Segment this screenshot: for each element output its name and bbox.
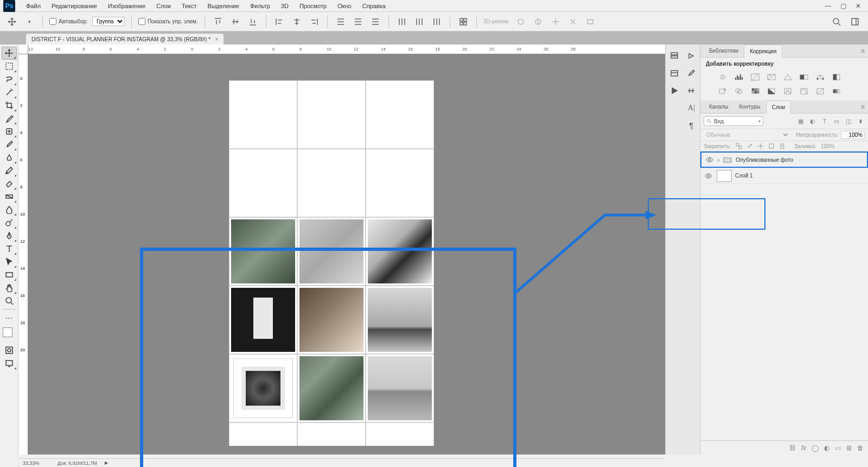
threshold-icon[interactable] [798,86,810,96]
grid-photo[interactable] [233,358,293,418]
document-tab[interactable]: DISTRICT F - VISUAL PLANNER FOR INSTAGRA… [26,34,224,45]
move-tool-icon[interactable] [5,15,18,28]
grid-cell[interactable] [297,149,366,217]
panel-menu-icon[interactable]: ≡ [861,47,865,55]
crop-tool[interactable] [2,99,17,112]
filter-toggle-icon[interactable]: ▮ [856,117,865,125]
type-tool[interactable] [2,242,17,255]
rectangle-tool[interactable] [2,268,17,281]
doc-size-info[interactable]: Док: 6,91M/11,7M [58,460,97,466]
align-bottom-icon[interactable] [246,15,259,28]
link-layers-icon[interactable]: ⛓ [789,444,796,452]
screenmode-button[interactable] [2,357,17,370]
menu-select[interactable]: Выделение [202,0,245,12]
layer-thumbnail[interactable] [717,170,732,182]
status-caret-icon[interactable]: ▶ [105,460,108,465]
zoom-tool[interactable] [2,294,17,307]
move-tool[interactable] [2,47,17,60]
align-hcenter-icon[interactable] [290,15,303,28]
minimize-button[interactable]: — [820,1,835,11]
quickmask-button[interactable] [2,344,17,357]
ruler-origin[interactable] [18,45,28,54]
selective-color-icon[interactable] [814,86,826,96]
foreground-color-swatch[interactable] [3,327,12,337]
hue-icon[interactable] [798,72,810,82]
visibility-toggle-2[interactable] [704,172,713,180]
vertical-ruler[interactable]: 02468101214161820 [18,54,28,455]
auto-select-mode[interactable]: Группа [92,17,125,26]
search-icon[interactable] [830,15,843,28]
history-brush-tool[interactable] [2,164,17,177]
eyedropper-tool[interactable] [2,112,17,125]
eraser-tool[interactable] [2,177,17,190]
layer-background[interactable]: Слой 1 [700,168,868,184]
workspace-icon[interactable] [848,15,861,28]
layer-filter-select[interactable]: Вид ▾ [704,116,763,126]
menu-file[interactable]: Файл [21,0,46,12]
color-lookup-icon[interactable] [749,86,761,96]
color-swatches[interactable] [2,327,17,344]
tool-preset-dropdown[interactable]: ▾ [23,15,36,28]
lock-artboard-icon[interactable] [768,143,775,149]
tab-paths[interactable]: Контуры [734,100,766,113]
grid-photo[interactable] [368,219,432,283]
path-select-tool[interactable] [2,255,17,268]
tab-channels[interactable]: Каналы [704,100,734,113]
curves-icon[interactable] [749,72,761,82]
menu-help[interactable]: Справка [357,0,391,12]
fx-icon[interactable]: fx [801,444,806,452]
auto-align-icon[interactable] [457,15,470,28]
grid-photo[interactable] [231,288,295,352]
lock-all-icon[interactable] [779,143,786,149]
brush-panel-icon[interactable] [685,67,697,79]
grid-photo[interactable] [368,356,432,420]
brush-tool[interactable] [2,138,17,151]
dist-vcenter-icon[interactable] [352,15,365,28]
grid-cell[interactable] [229,422,297,446]
show-controls-checkbox[interactable]: Показать упр. элем. [138,18,198,25]
lock-transparency-icon[interactable] [736,143,742,149]
horizontal-ruler[interactable]: 121086420246810121416182022242628 [28,45,665,54]
magic-wand-tool[interactable] [2,86,17,99]
mask-icon[interactable]: ◯ [812,444,819,452]
new-layer-icon[interactable]: ⊞ [846,444,852,452]
menu-window[interactable]: Окно [332,0,357,12]
grid-cell[interactable] [229,80,297,149]
blur-tool[interactable] [2,203,17,216]
filter-shape-icon[interactable]: ▭ [832,117,841,125]
filter-adjust-icon[interactable]: ◐ [808,117,817,125]
grid-cell[interactable] [297,422,366,446]
menu-filter[interactable]: Фильтр [245,0,276,12]
blend-mode-select[interactable]: Обычные [704,131,790,139]
menu-3d[interactable]: 3D [276,0,294,12]
properties-panel-icon[interactable] [668,67,680,79]
history-panel-icon[interactable] [668,50,680,62]
delete-layer-icon[interactable]: 🗑 [857,444,864,452]
tab-libraries[interactable]: Библиотеки [704,45,744,58]
zoom-level[interactable]: 33,33% [23,460,50,466]
healing-brush-tool[interactable] [2,125,17,138]
opacity-value[interactable]: 100% [841,131,865,139]
auto-select-checkbox[interactable]: Автовыбор: [49,18,88,25]
grid-cell[interactable] [229,149,297,217]
canvas-viewport[interactable] [28,54,665,446]
align-left-icon[interactable] [273,15,286,28]
bw-icon[interactable] [831,72,843,82]
pen-tool[interactable] [2,229,17,242]
exposure-icon[interactable] [765,72,777,82]
vibrance-icon[interactable] [782,72,794,82]
dist-left-icon[interactable] [395,15,409,28]
levels-icon[interactable] [733,72,745,82]
canvas-area[interactable]: 121086420246810121416182022242628 024681… [18,45,665,455]
dist-right-icon[interactable] [430,15,443,28]
marquee-tool[interactable] [2,60,17,73]
grid-photo[interactable] [368,288,432,352]
filter-type-icon[interactable]: T [820,117,829,125]
gradient-map-icon[interactable] [831,86,843,96]
dist-top-icon[interactable] [334,15,347,28]
close-window-button[interactable]: ✕ [851,1,866,11]
grid-cell[interactable] [366,422,434,446]
play-icon[interactable] [668,85,680,97]
lock-paint-icon[interactable] [746,143,753,149]
visibility-toggle[interactable] [705,156,714,163]
